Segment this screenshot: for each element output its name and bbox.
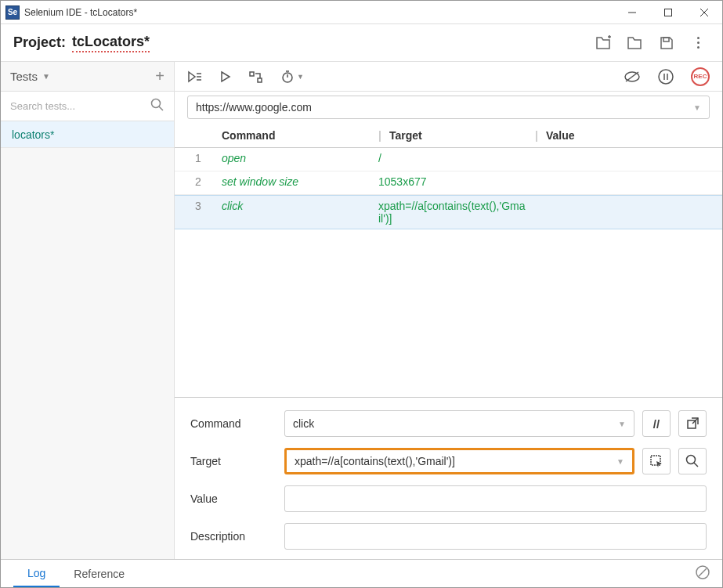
chevron-down-icon: ▼ (616, 457, 624, 466)
tab-reference[interactable]: Reference (60, 561, 139, 586)
search-tests-row (1, 92, 174, 121)
window-title: Selenium IDE - tcLocators* (24, 7, 614, 18)
tests-dropdown[interactable]: Tests (10, 70, 38, 83)
speed-button[interactable]: ▼ (281, 70, 304, 84)
app-logo: Se (5, 5, 20, 20)
target-input[interactable]: xpath=//a[contains(text(),'Gmail')] ▼ (284, 448, 634, 474)
svg-rect-14 (250, 72, 254, 76)
disable-breakpoints-button[interactable] (624, 70, 641, 83)
svg-rect-1 (665, 9, 672, 16)
open-project-button[interactable] (624, 31, 647, 55)
row-command: open (222, 152, 378, 164)
svg-point-21 (659, 70, 673, 84)
svg-marker-9 (189, 72, 195, 81)
row-target: 1053x677 (378, 175, 535, 188)
project-bar: Project: tcLocators* (1, 24, 722, 62)
command-grid-header: Command |Target |Value (175, 123, 722, 148)
sidebar: Tests ▼ + locators* (1, 62, 175, 559)
row-number: 1 (187, 152, 222, 164)
chevron-down-icon: ▼ (618, 420, 626, 428)
maximize-button[interactable] (650, 1, 686, 24)
open-new-window-button[interactable] (678, 410, 707, 437)
save-project-button[interactable] (655, 31, 678, 55)
record-button[interactable]: REC (691, 67, 710, 86)
project-label: Project: (13, 34, 66, 51)
row-command: set window size (222, 175, 378, 188)
header-value: Value (546, 129, 575, 142)
close-button[interactable] (686, 1, 722, 24)
command-grid: 1 open / 2 set window size 1053x677 3 cl… (175, 148, 722, 397)
header-target: Target (389, 129, 422, 142)
step-button[interactable] (248, 70, 264, 83)
target-label: Target (190, 455, 277, 467)
chevron-down-icon: ▼ (693, 103, 701, 112)
base-url-input[interactable]: https://www.google.com ▼ (187, 96, 710, 119)
command-editor: Command click ▼ // Target xpath=//a[cont… (175, 397, 722, 559)
clear-log-button[interactable] (696, 565, 710, 582)
search-icon[interactable] (150, 98, 164, 114)
description-input[interactable] (284, 523, 707, 550)
base-url-row: https://www.google.com ▼ (175, 92, 722, 123)
add-test-button[interactable]: + (155, 67, 164, 85)
run-all-button[interactable] (187, 70, 203, 83)
workarea: ▼ REC https://www.google.com ▼ Command |… (175, 62, 722, 559)
chevron-down-icon: ▼ (42, 72, 50, 81)
description-label: Description (190, 530, 277, 543)
svg-line-29 (694, 463, 698, 467)
row-command: click (222, 200, 378, 212)
project-name[interactable]: tcLocators* (72, 34, 150, 52)
toggle-command-button[interactable]: // (642, 410, 671, 437)
run-current-button[interactable] (220, 70, 231, 83)
more-menu-button[interactable] (686, 31, 710, 55)
sidebar-header: Tests ▼ + (1, 62, 174, 92)
row-number: 2 (187, 175, 222, 188)
command-input-value: click (293, 417, 314, 430)
main-area: Tests ▼ + locators* ▼ (1, 62, 722, 559)
tab-log[interactable]: Log (13, 561, 60, 587)
search-tests-input[interactable] (10, 100, 150, 112)
minimize-button[interactable] (614, 1, 650, 24)
run-toolbar: ▼ REC (175, 62, 722, 92)
command-row[interactable]: 2 set window size 1053x677 (175, 171, 722, 195)
command-label: Command (190, 417, 277, 430)
row-target: xpath=//a[contains(text(),'Gmail')] (378, 200, 535, 225)
svg-point-7 (152, 99, 161, 108)
footer: Log Reference (1, 559, 722, 587)
svg-marker-13 (222, 72, 230, 81)
new-project-button[interactable] (592, 31, 616, 55)
target-input-value: xpath=//a[contains(text(),'Gmail')] (295, 455, 455, 467)
value-label: Value (190, 492, 277, 505)
pause-button[interactable] (658, 69, 674, 85)
svg-rect-6 (663, 38, 669, 41)
value-input[interactable] (284, 485, 707, 512)
titlebar: Se Selenium IDE - tcLocators* (1, 1, 722, 24)
test-item-locators[interactable]: locators* (1, 121, 174, 148)
svg-rect-15 (258, 78, 262, 82)
command-input[interactable]: click ▼ (284, 410, 634, 437)
find-target-button[interactable] (678, 448, 707, 474)
row-target: / (378, 152, 535, 164)
svg-point-28 (687, 456, 696, 464)
command-row[interactable]: 1 open / (175, 148, 722, 171)
svg-marker-27 (656, 461, 662, 467)
svg-line-31 (699, 568, 707, 576)
command-row[interactable]: 3 click xpath=//a[contains(text(),'Gmail… (175, 195, 722, 229)
base-url-text: https://www.google.com (196, 101, 312, 114)
row-number: 3 (187, 200, 222, 212)
svg-line-8 (159, 106, 163, 110)
select-target-button[interactable] (642, 448, 671, 474)
header-command: Command (222, 129, 378, 142)
